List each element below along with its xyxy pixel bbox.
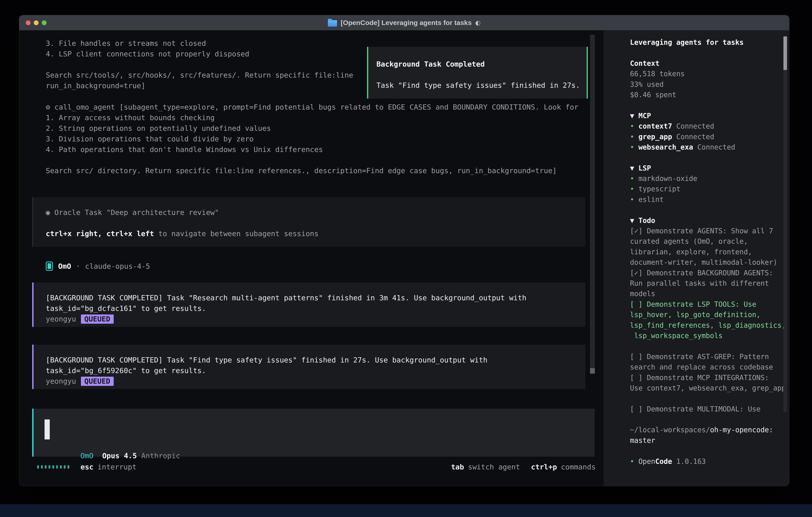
text-line: 4. LSP client connections not properly d… [46,49,353,59]
background-task-notification: Background Task Completed Task "Find typ… [367,47,588,99]
interrupt-spinner-dot [64,465,65,469]
text-line: lsp_workspace_symbols [630,330,786,341]
session-sidebar: Leveraging agents for tasksContext66,518… [604,30,789,486]
text-line: [ ] Demonstrate LSP TOOLS: Use [630,299,786,309]
text-line: run_in_background=true] [46,80,353,91]
text-line: search and replace across codebase [630,362,786,372]
text-line: lsp_find_references, lsp_diagnostics, [630,320,786,330]
agent-name: OmO [58,262,71,270]
interrupt-spinner-dot [41,465,43,469]
main-scrollbar-thumb[interactable] [590,368,595,374]
status-right: tab switch agent ctrl+p commands [451,461,596,472]
minimize-button[interactable] [34,20,38,25]
text-line: 1. Array access without bounds checking [46,112,578,123]
text-line: • OpenCode 1.0.163 [630,456,786,467]
tab-key-label: switch agent [468,463,520,471]
status-left: esc interrupt [37,461,137,472]
ctrlp-key-hint: ctrl+p [531,463,557,471]
text-line: ▼ LSP [630,163,786,173]
text-line: 4. Path operations that don't handle Win… [46,144,578,155]
message-meta: yeongyu QUEUED [46,314,585,324]
text-line [630,152,786,163]
message-line: [BACKGROUND TASK COMPLETED] Task "Resear… [46,293,585,303]
queued-badge: QUEUED [81,377,114,386]
text-line: [ ] Demonstrate MULTIMODAL: Use [630,404,786,414]
text-line: master [630,435,786,446]
agent-separator: · [76,262,80,270]
text-line: models [630,289,786,299]
folder-icon [328,20,337,27]
text-line: ~/local-workspaces/oh-my-opencode: [630,425,786,435]
text-line [46,218,585,228]
message-line: task_id="bg_dcfac161" to get results. [46,303,585,314]
traffic-lights [26,20,47,25]
text-line: • typescript [630,184,786,194]
text-line [46,59,353,70]
notification-title: Background Task Completed [376,59,485,70]
text-line [46,155,578,165]
sidebar-scrollbar-thumb[interactable] [783,36,787,70]
interrupt-spinner [37,465,71,469]
text-line: librarian, explore, frontend, [630,247,786,257]
window-title-group: [OpenCode] Leveraging agents for tasks ◐ [19,15,789,30]
background-task-message: [BACKGROUND TASK COMPLETED] Task "Find t… [32,345,585,389]
text-line: 3. Division operations that could divide… [46,134,578,144]
terminal-window: [OpenCode] Leveraging agents for tasks ◐… [19,15,789,486]
esc-key-hint: esc [81,463,93,471]
zoom-button[interactable] [42,20,47,25]
message-text: [BACKGROUND TASK COMPLETED] Task "Resear… [46,294,526,302]
text-line [630,100,786,110]
close-button[interactable] [26,20,31,25]
text-line: ◉ Oracle Task "Deep architecture review" [46,207,585,218]
text-line [630,205,786,215]
text-line [630,393,786,404]
input-agent-name: OmO [80,452,93,460]
interrupt-spinner-dot [67,465,69,469]
text-line: Search src/tools/, src/hooks/, src/featu… [46,70,353,80]
oracle-task-panel[interactable]: ◉ Oracle Task "Deep architecture review"… [32,197,585,247]
interrupt-spinner-dot [37,465,39,469]
input-model-row: OmOOpus 4.5Anthropic [46,440,180,451]
window-title: [OpenCode] Leveraging agents for tasks [341,19,472,27]
message-text: task_id="bg_dcfac161" to get results. [46,304,206,312]
message-author: yeongyu [46,314,76,324]
half-circle-icon: ◐ [475,19,481,26]
text-line [630,341,786,351]
main-scrollbar-track[interactable] [590,35,595,374]
text-line: Search src/ directory. Return specific f… [46,165,578,176]
text-line: ctrl+x right, ctrl+x left to navigate be… [46,228,585,239]
agent-header: OmO · claude-opus-4-5 [46,261,150,271]
input-model-name: Opus 4.5 [102,452,137,460]
text-line [630,446,786,456]
text-line: 3. File handles or streams not closed [46,38,353,49]
text-line: 2. String operations on potentially unde… [46,123,578,134]
terminal-content: 3. File handles or streams not closed4. … [19,30,789,486]
window-titlebar[interactable]: [OpenCode] Leveraging agents for tasks ◐ [19,15,789,30]
interrupt-spinner-dot [49,465,50,469]
desktop: { "window": { "title": "[OpenCode] Lever… [0,0,812,517]
desktop-wallpaper-band [0,504,812,517]
prompt-input[interactable]: OmOOpus 4.5Anthropic [32,409,594,457]
text-line: Run parallel tasks with different [630,278,786,289]
interrupt-spinner-dot [45,465,47,469]
background-task-message: [BACKGROUND TASK COMPLETED] Task "Resear… [32,282,585,327]
text-line: $0.46 spent [630,89,786,100]
status-bar: esc interrupt tab switch agent ctrl+p co… [19,461,604,472]
interrupt-spinner-dot [52,465,54,469]
ctrlp-key-label: commands [561,463,596,471]
message-author: yeongyu [46,376,76,386]
esc-key-label: interrupt [97,463,137,471]
notification-body: Task "Find type safety issues" finished … [376,80,580,90]
text-line [630,414,786,425]
text-line: document-writer, multimodal-looker) [630,257,786,268]
text-line: [ ] Demonstrate MCP INTEGRATIONS: [630,373,786,383]
sidebar-scrollbar-track[interactable] [783,36,787,412]
message-meta: yeongyu QUEUED [46,376,585,386]
text-cursor [45,419,50,439]
scrollback-text: 3. File handles or streams not closed4. … [46,38,353,91]
sidebar-text: Leveraging agents for tasksContext66,518… [630,37,786,467]
agent-icon [46,262,53,271]
message-line: [BACKGROUND TASK COMPLETED] Task "Find t… [46,355,585,365]
text-line: [✓] Demonstrate AGENTS: Show all 7 [630,226,786,236]
text-line: • context7 Connected [630,121,786,131]
